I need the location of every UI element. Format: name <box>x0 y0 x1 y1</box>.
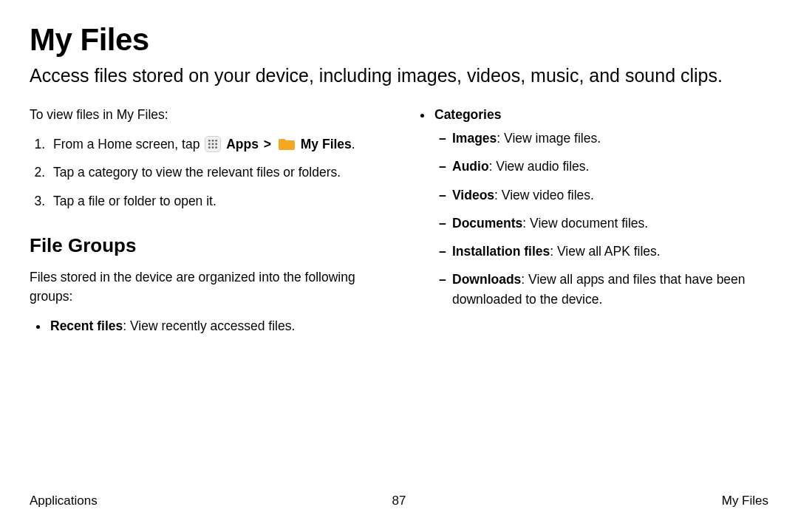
downloads-label: Downloads <box>452 272 521 287</box>
page-subtitle: Access files stored on your device, incl… <box>30 64 768 89</box>
file-groups-list: Recent files: View recently accessed fil… <box>30 316 384 335</box>
step-1-prefix: From a Home screen, tap <box>53 137 203 151</box>
svg-point-1 <box>212 140 214 142</box>
apps-label: Apps <box>226 137 259 151</box>
svg-point-5 <box>216 143 218 146</box>
step-2: Tap a category to view the relevant file… <box>49 163 384 182</box>
audio-label: Audio <box>452 159 489 174</box>
list-item: Images: View image files. <box>439 129 768 148</box>
svg-point-0 <box>208 140 211 142</box>
videos-desc: : View video files. <box>494 188 594 202</box>
intro-text: To view files in My Files: <box>30 105 384 124</box>
footer-left: Applications <box>30 494 98 508</box>
svg-point-8 <box>216 147 218 149</box>
list-item: Documents: View document files. <box>439 214 768 233</box>
breadcrumb-chevron: > <box>264 137 271 151</box>
videos-label: Videos <box>452 188 494 202</box>
recent-files-label: Recent files <box>50 318 123 333</box>
my-files-label: My Files <box>301 137 352 151</box>
svg-point-7 <box>212 147 214 149</box>
left-column: To view files in My Files: From a Home s… <box>30 105 384 345</box>
svg-point-6 <box>208 147 211 149</box>
categories-list: Categories Images: View image files. Aud… <box>414 105 768 309</box>
two-column-layout: To view files in My Files: From a Home s… <box>30 105 768 345</box>
list-item: Downloads: View all apps and files that … <box>439 270 768 309</box>
svg-point-2 <box>216 140 218 142</box>
list-item: Audio: View audio files. <box>439 157 768 176</box>
file-groups-para: Files stored in the device are organized… <box>30 267 384 307</box>
steps-list: From a Home screen, tap Apps > <box>30 134 384 211</box>
svg-point-4 <box>212 143 214 146</box>
page-title: My Files <box>30 22 768 58</box>
categories-sublist: Images: View image files. Audio: View au… <box>434 129 768 309</box>
file-groups-heading: File Groups <box>30 231 384 260</box>
images-label: Images <box>452 131 497 146</box>
folder-icon <box>278 136 296 152</box>
recent-files-desc: : View recently accessed files. <box>123 318 295 333</box>
list-item: Videos: View video files. <box>439 185 768 205</box>
step-1: From a Home screen, tap Apps > <box>49 134 384 154</box>
footer-page-number: 87 <box>392 494 406 508</box>
step-1-suffix: . <box>352 137 355 151</box>
right-column: Categories Images: View image files. Aud… <box>414 105 768 345</box>
install-desc: : View all APK files. <box>550 244 660 259</box>
step-3: Tap a file or folder to open it. <box>49 191 384 211</box>
images-desc: : View image files. <box>497 131 601 146</box>
list-item: Recent files: View recently accessed fil… <box>49 316 384 335</box>
documents-desc: : View document files. <box>522 216 648 231</box>
list-item: Installation files: View all APK files. <box>439 242 768 261</box>
list-item: Categories Images: View image files. Aud… <box>433 105 768 309</box>
install-label: Installation files <box>452 244 550 259</box>
categories-label: Categories <box>434 107 501 122</box>
svg-point-3 <box>208 143 211 146</box>
audio-desc: : View audio files. <box>489 159 590 174</box>
page-content: My Files Access files stored on your dev… <box>0 0 798 345</box>
documents-label: Documents <box>452 216 522 231</box>
footer-right: My Files <box>722 494 768 508</box>
apps-grid-icon <box>205 136 221 152</box>
page-footer: Applications 87 My Files <box>30 494 768 508</box>
